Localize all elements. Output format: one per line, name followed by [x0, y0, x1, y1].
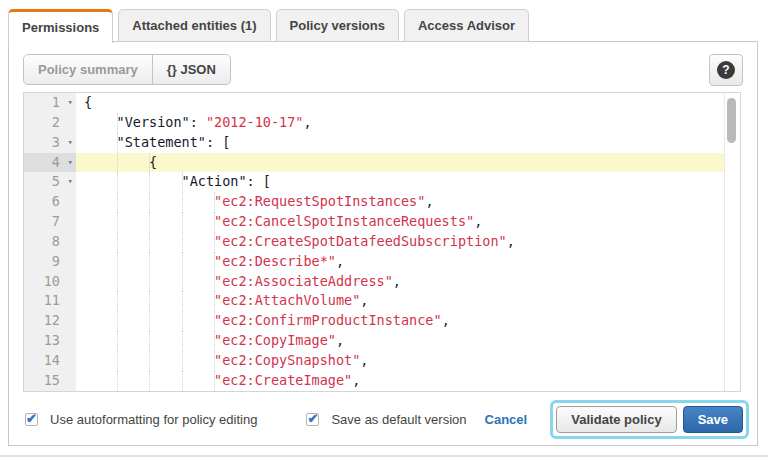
code-line-text: "ec2:CopySnapshot", — [84, 352, 369, 368]
indent-guide — [214, 351, 215, 371]
code-line[interactable]: "ec2:CancelSpotInstanceRequests", — [76, 212, 724, 232]
indent-guide — [214, 192, 215, 212]
indent-guide — [182, 311, 183, 331]
code-line-text: "Action": [ — [84, 173, 271, 189]
indent-guide — [149, 172, 150, 192]
indent-guide — [117, 133, 118, 153]
indent-guide — [149, 252, 150, 272]
gutter-line-number: 12 — [24, 311, 76, 331]
indent-guide — [149, 153, 150, 173]
autoformat-checkbox[interactable]: ✔ — [25, 413, 38, 426]
code-line-text: "ec2:AttachVolume", — [84, 292, 369, 308]
indent-guide — [182, 252, 183, 272]
indent-guide — [214, 252, 215, 272]
gutter-line-number: 2 — [24, 113, 76, 133]
validate-policy-button[interactable]: Validate policy — [556, 406, 676, 433]
tab-policy-versions[interactable]: Policy versions — [276, 9, 399, 42]
gutter-line-number: 7 — [24, 212, 76, 232]
policy-json-editor[interactable]: 1▾23▾4▾5▾6789101112131415 { "Version": "… — [23, 92, 741, 392]
indent-guide — [214, 291, 215, 311]
indent-guide — [214, 371, 215, 391]
indent-guide — [182, 351, 183, 371]
indent-guide — [182, 192, 183, 212]
code-line-text: "ec2:CancelSpotInstanceRequests", — [84, 213, 482, 229]
code-line[interactable]: "ec2:CopyImage", — [76, 331, 724, 351]
default-version-label: Save as default version — [331, 412, 466, 427]
code-line-text: { — [84, 94, 92, 110]
scrollbar-thumb[interactable] — [727, 98, 736, 143]
permissions-panel: Policy summary {} JSON ? 1▾23▾4▾5▾678910… — [8, 41, 758, 446]
gutter-line-number: 5▾ — [24, 172, 76, 192]
autoformat-label: Use autoformatting for policy editing — [50, 412, 257, 427]
indent-guide — [149, 311, 150, 331]
code-line[interactable]: "Action": [ — [76, 172, 724, 192]
indent-guide — [149, 371, 150, 391]
save-button[interactable]: Save — [683, 406, 743, 433]
fold-arrow-icon[interactable]: ▾ — [68, 172, 73, 192]
code-line[interactable]: "Version": "2012-10-17", — [76, 113, 724, 133]
policy-summary-button[interactable]: Policy summary — [24, 55, 153, 84]
fold-arrow-icon[interactable]: ▾ — [68, 153, 73, 173]
editor-gutter: 1▾23▾4▾5▾6789101112131415 — [24, 93, 76, 391]
code-line[interactable]: "ec2:CopySnapshot", — [76, 351, 724, 371]
gutter-line-number: 10 — [24, 272, 76, 292]
json-view-button[interactable]: {} JSON — [153, 55, 230, 84]
indent-guide — [182, 371, 183, 391]
editor-footer: ✔ Use autoformatting for policy editing … — [25, 399, 749, 439]
gutter-line-number: 6 — [24, 192, 76, 212]
indent-guide — [117, 272, 118, 292]
tab-permissions[interactable]: Permissions — [8, 9, 113, 43]
indent-guide — [182, 172, 183, 192]
code-line[interactable]: { — [76, 93, 724, 113]
indent-guide — [117, 232, 118, 252]
indent-guide — [117, 371, 118, 391]
indent-guide — [117, 351, 118, 371]
indent-guide — [149, 192, 150, 212]
indent-guide — [117, 192, 118, 212]
fold-arrow-icon[interactable]: ▾ — [68, 93, 73, 113]
fold-arrow-icon[interactable]: ▾ — [68, 133, 73, 153]
question-mark-icon: ? — [717, 61, 735, 79]
code-line-text: "ec2:AssociateAddress", — [84, 273, 401, 289]
indent-guide — [182, 291, 183, 311]
gutter-line-number: 15 — [24, 371, 76, 391]
checkmark-icon: ✔ — [26, 411, 37, 426]
gutter-line-number: 8 — [24, 232, 76, 252]
code-line[interactable]: "ec2:Describe*", — [76, 252, 724, 272]
cancel-link[interactable]: Cancel — [485, 412, 528, 427]
tab-attached-entities[interactable]: Attached entities (1) — [118, 9, 270, 42]
code-line-text: "ec2:ConfirmProductInstance", — [84, 312, 450, 328]
gutter-line-number: 9 — [24, 252, 76, 272]
indent-guide — [214, 232, 215, 252]
editor-code-area[interactable]: { "Version": "2012-10-17", "Statement": … — [76, 93, 724, 391]
page-divider — [0, 455, 768, 457]
indent-guide — [214, 331, 215, 351]
tab-access-advisor[interactable]: Access Advisor — [404, 9, 529, 42]
help-button[interactable]: ? — [709, 54, 743, 86]
code-line[interactable]: "ec2:CreateSpotDatafeedSubscription", — [76, 232, 724, 252]
editor-scrollbar[interactable] — [724, 93, 740, 391]
code-line[interactable]: "ec2:AttachVolume", — [76, 291, 724, 311]
code-line[interactable]: "ec2:AssociateAddress", — [76, 272, 724, 292]
default-version-checkbox[interactable]: ✔ — [306, 413, 319, 426]
gutter-line-number: 11 — [24, 291, 76, 311]
indent-guide — [149, 212, 150, 232]
indent-guide — [117, 311, 118, 331]
code-line[interactable]: "ec2:ConfirmProductInstance", — [76, 311, 724, 331]
indent-guide — [149, 232, 150, 252]
gutter-line-number: 4▾ — [24, 153, 76, 173]
indent-guide — [214, 272, 215, 292]
indent-guide — [182, 232, 183, 252]
indent-guide — [117, 212, 118, 232]
code-line[interactable]: "Statement": [ — [76, 133, 724, 153]
code-line[interactable]: "ec2:CreateImage", — [76, 371, 724, 391]
tab-bar: Permissions Attached entities (1) Policy… — [8, 9, 529, 43]
indent-guide — [149, 272, 150, 292]
gutter-line-number: 13 — [24, 331, 76, 351]
primary-action-group: Validate policy Save — [550, 400, 749, 439]
indent-guide — [182, 331, 183, 351]
code-line[interactable]: { — [76, 153, 724, 173]
indent-guide — [149, 291, 150, 311]
indent-guide — [117, 291, 118, 311]
code-line[interactable]: "ec2:RequestSpotInstances", — [76, 192, 724, 212]
